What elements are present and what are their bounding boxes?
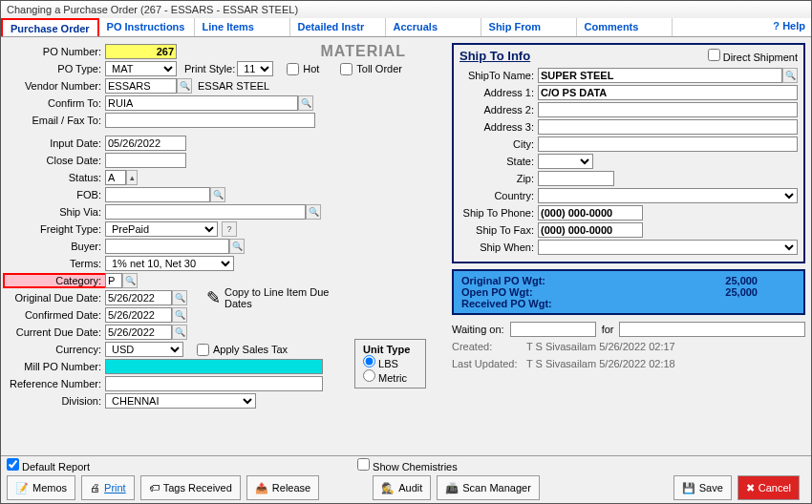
city-label: City: <box>459 138 538 150</box>
memos-button[interactable]: 📝Memos <box>7 475 75 500</box>
close-date-field[interactable] <box>105 153 186 168</box>
terms-label: Terms: <box>5 258 105 269</box>
hot-label: Hot <box>303 63 319 74</box>
currdue-lookup-icon[interactable]: 🔍 <box>172 325 187 340</box>
confirm-lookup-icon[interactable]: 🔍 <box>298 95 313 111</box>
unit-type-box: Unit Type LBS Metric <box>354 339 426 388</box>
orig-due-field[interactable] <box>105 290 172 305</box>
buyer-label: Buyer: <box>5 241 105 252</box>
state-select[interactable] <box>538 154 593 169</box>
vendor-lookup-icon[interactable]: 🔍 <box>177 78 192 94</box>
shipto-title: Ship To Info <box>459 49 530 63</box>
po-weight-panel: Original PO Wgt:25,000 Open PO Wgt:25,00… <box>452 269 805 315</box>
confdate-lookup-icon[interactable]: 🔍 <box>172 307 187 323</box>
save-button[interactable]: 💾Save <box>673 475 732 500</box>
tab-purchase-order[interactable]: Purchase Order <box>1 18 99 36</box>
orig-wgt-value: 25,000 <box>725 275 758 286</box>
print-button[interactable]: 🖨Print <box>81 475 135 500</box>
freight-help-icon[interactable]: ? <box>222 221 237 237</box>
email-fax-field[interactable] <box>105 113 315 128</box>
tab-ship-from[interactable]: Ship From <box>481 18 577 36</box>
close-date-label: Close Date: <box>5 155 105 166</box>
ref-num-field[interactable] <box>105 376 323 391</box>
unit-lbs-option[interactable]: LBS <box>363 358 398 369</box>
window-title: Changing a Purchase Order (267 - ESSARS … <box>1 1 811 18</box>
open-wgt-value: 25,000 <box>725 286 758 298</box>
city-field[interactable] <box>538 136 798 152</box>
fob-lookup-icon[interactable]: 🔍 <box>210 187 225 202</box>
phone-field[interactable] <box>538 205 643 220</box>
shipto-name-field[interactable] <box>538 68 782 83</box>
terms-select[interactable]: 1% net 10, Net 30 <box>105 256 234 271</box>
addr1-field[interactable] <box>538 85 798 100</box>
direct-shipment-option[interactable]: Direct Shipment <box>708 49 798 67</box>
unit-metric-option[interactable]: Metric <box>363 372 407 384</box>
currency-select[interactable]: USD <box>105 342 183 357</box>
conf-date-field[interactable] <box>105 307 172 323</box>
orig-due-label: Original Due Date: <box>5 292 105 304</box>
po-number-field[interactable] <box>105 44 177 59</box>
country-select[interactable] <box>538 188 798 203</box>
toll-checkbox[interactable] <box>340 63 353 75</box>
input-date-label: Input Date: <box>5 137 105 149</box>
tags-received-button[interactable]: 🏷Tags Received <box>140 475 241 500</box>
category-field[interactable] <box>105 273 122 288</box>
freight-type-label: Freight Type: <box>5 223 105 235</box>
addr3-field[interactable] <box>538 119 798 135</box>
open-wgt-label: Open PO Wgt: <box>461 286 533 298</box>
tab-detailed-instr[interactable]: Detailed Instr <box>290 18 386 36</box>
save-icon: 💾 <box>682 482 695 494</box>
status-spinner-icon[interactable]: ▴ <box>126 170 138 185</box>
tab-comments[interactable]: Comments <box>577 18 673 36</box>
cancel-button[interactable]: ✖Cancel <box>737 475 800 500</box>
fob-field[interactable] <box>105 187 210 202</box>
print-style-select[interactable]: 11 <box>237 61 273 76</box>
shipto-lookup-icon[interactable]: 🔍 <box>782 68 798 83</box>
tab-line-items[interactable]: Line Items <box>195 18 290 36</box>
zip-field[interactable] <box>538 171 614 186</box>
default-report-option[interactable]: Default Report <box>7 458 90 472</box>
tags-icon: 🏷 <box>149 482 160 494</box>
ship-via-field[interactable] <box>105 204 306 220</box>
category-lookup-icon[interactable]: 🔍 <box>122 273 138 288</box>
addr2-field[interactable] <box>538 102 798 117</box>
scanner-icon: 📠 <box>445 482 459 494</box>
origdue-lookup-icon[interactable]: 🔍 <box>172 290 187 305</box>
cancel-icon: ✖ <box>746 482 755 494</box>
buyer-field[interactable] <box>105 239 229 254</box>
pencil-icon[interactable]: ✎ <box>206 287 221 308</box>
tab-accruals[interactable]: Accruals <box>386 18 481 36</box>
freight-type-select[interactable]: PrePaid <box>105 221 218 237</box>
status-field[interactable] <box>105 170 126 185</box>
curr-due-field[interactable] <box>105 325 172 340</box>
ref-num-label: Reference Number: <box>5 378 105 389</box>
buyer-lookup-icon[interactable]: 🔍 <box>229 239 245 254</box>
show-chem-option[interactable]: Show Chemistries <box>357 458 458 472</box>
vendor-name-text: ESSAR STEEL <box>198 80 269 92</box>
waiting-for-field[interactable] <box>619 322 805 337</box>
addr1-label: Address 1: <box>459 87 538 98</box>
hot-checkbox[interactable] <box>287 63 299 75</box>
vendor-number-field[interactable] <box>105 78 177 94</box>
shipto-name-label: ShipTo Name: <box>459 70 538 81</box>
created-value: T S Sivasailam 5/26/2022 02:17 <box>526 341 675 352</box>
memo-icon: 📝 <box>15 482 29 494</box>
fax-label: Ship To Fax: <box>459 224 538 236</box>
division-select[interactable]: CHENNAI <box>105 393 256 409</box>
audit-button[interactable]: 🕵Audit <box>373 475 431 500</box>
release-button[interactable]: 📤Release <box>246 475 319 500</box>
po-type-select[interactable]: MAT <box>105 61 177 76</box>
shipvia-lookup-icon[interactable]: 🔍 <box>306 204 321 220</box>
scan-manager-button[interactable]: 📠Scan Manager <box>437 475 540 500</box>
waiting-on-field[interactable] <box>510 322 596 337</box>
help-link[interactable]: ? Help <box>773 20 805 32</box>
created-label: Created: <box>452 341 526 352</box>
input-date-field[interactable] <box>105 136 186 151</box>
tab-po-instructions[interactable]: PO Instructions <box>99 18 195 36</box>
fax-field[interactable] <box>538 222 643 238</box>
confirm-to-field[interactable] <box>105 95 298 111</box>
apply-tax-checkbox[interactable] <box>197 344 209 356</box>
mill-po-field[interactable] <box>105 359 323 374</box>
shipto-panel: Ship To Info Direct Shipment ShipTo Name… <box>452 43 805 263</box>
when-select[interactable] <box>538 240 798 255</box>
